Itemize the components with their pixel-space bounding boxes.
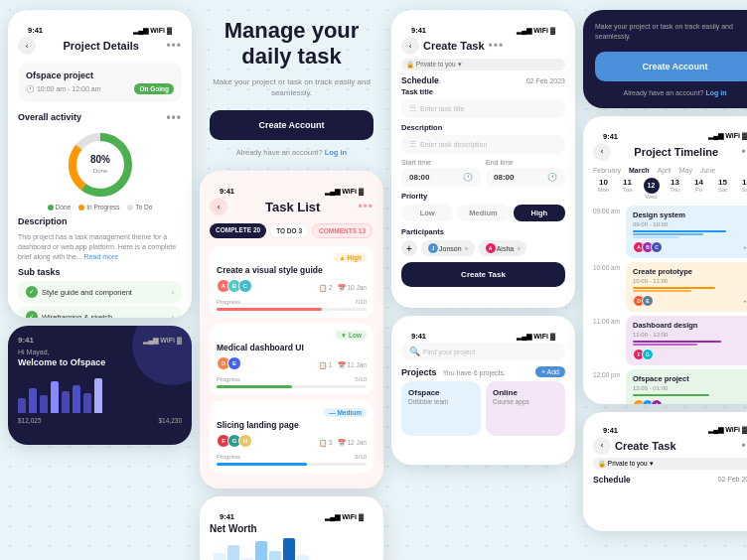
description-icon: ☰ — [409, 140, 416, 149]
sub-task-item[interactable]: ✓ Style guide and component › — [18, 281, 182, 303]
task-list-more[interactable]: ••• — [358, 200, 374, 213]
end-time-value: 08:00 — [494, 173, 514, 182]
tl-bar — [633, 344, 697, 346]
timeline-item-ofspace[interactable]: 12:00 pm Ofspace project 12:00 - 01:00 H… — [593, 369, 747, 404]
timeline-title: Project Timeline — [634, 146, 718, 158]
day-11[interactable]: 11 Tue — [617, 178, 638, 200]
ca-login-link[interactable]: Log in — [705, 89, 726, 96]
create-task-status: 9:41 ▂▄▆ WiFi ▓ — [401, 20, 565, 37]
tl-bar — [633, 394, 709, 396]
day-13[interactable]: 13 Thu — [665, 178, 685, 200]
hero-create-account-button[interactable]: Create Account — [210, 110, 374, 140]
find-project-input[interactable]: 🔍 Find your project — [401, 343, 565, 360]
month-june[interactable]: June — [700, 167, 715, 174]
tl-bar — [633, 233, 703, 235]
task-item[interactable]: ▲ High Create a visual style guide A B C… — [210, 246, 374, 318]
tl-count: +2 — [743, 244, 747, 250]
create-task-bottom-card: 9:41 ▂▄▆ WiFi ▓ ‹ Create Task ••• 🔒 Priv… — [583, 412, 747, 531]
svg-text:80%: 80% — [89, 154, 109, 165]
end-time-input[interactable]: 08:00 🕐 — [486, 168, 565, 187]
timeline-item-dashboard[interactable]: 11:00 am Dashboard design 11:00 - 12:00 … — [593, 316, 747, 365]
back-button-timeline[interactable]: ‹ — [593, 143, 611, 161]
day-14[interactable]: 14 Fri — [688, 178, 709, 200]
priority-badge: ▼ Low — [336, 331, 367, 340]
add-project-button[interactable]: + Add — [535, 366, 565, 377]
back-button-create-task[interactable]: ‹ — [401, 37, 419, 55]
project-online[interactable]: Online Course apps — [486, 381, 565, 436]
add-participant-button[interactable]: + — [401, 240, 417, 256]
start-time-value: 08:00 — [409, 173, 429, 182]
participants-row: + J Jonson × A Aisha × — [401, 240, 565, 256]
legend-inprogress: In Progress — [78, 204, 119, 210]
task-item[interactable]: ▼ Low Medical dashboard UI D E 📋 1 📅 11 … — [210, 324, 374, 395]
month-april[interactable]: April — [658, 167, 672, 174]
ctb-schedule-label: Schedule — [593, 475, 631, 485]
find-placeholder: Find your project — [423, 349, 475, 355]
timeline-item-prototype[interactable]: 10:00 am Create prototype 10:00 - 11:00 … — [593, 262, 747, 312]
more-options-button[interactable]: ••• — [166, 39, 182, 53]
progress-label: Progress5/10 — [217, 376, 367, 382]
tab-complete[interactable]: COMPLETE 20 — [210, 223, 266, 238]
project-ofspace[interactable]: Ofspace Dribbble team — [401, 381, 481, 436]
back-button-tasklist[interactable]: ‹ — [210, 198, 227, 215]
activity-more[interactable]: ••• — [166, 110, 182, 124]
day-10[interactable]: 10 Mon — [593, 178, 614, 200]
month-march[interactable]: March — [629, 167, 650, 174]
timeline-item-design-system[interactable]: 09:00 am Design system 09:00 - 10:00 A — [593, 206, 747, 258]
priority-medium[interactable]: Medium — [457, 205, 509, 221]
participants-label: Participants — [401, 227, 565, 236]
priority-label: Priority — [401, 192, 565, 201]
timeline-time: 11:00 am — [593, 316, 621, 325]
remove-participant[interactable]: × — [517, 245, 521, 252]
day-16[interactable]: 16 Sun — [736, 178, 747, 200]
sub-task-item[interactable]: ✓ Wireframing & sketch › — [18, 306, 182, 318]
day-15[interactable]: 15 Sat — [712, 178, 733, 200]
progress-label: Progress6/10 — [217, 454, 367, 460]
day-12-active[interactable]: 12 Wed — [641, 178, 662, 200]
read-more-link[interactable]: Read more — [84, 253, 119, 260]
check-icon: ✓ — [26, 286, 38, 298]
timeline-more[interactable]: ••• — [741, 145, 747, 159]
schedule-label: Schedule — [401, 75, 439, 85]
net-worth-title: Net Worth — [210, 523, 374, 534]
tl-time: 09:00 - 10:00 — [633, 221, 747, 227]
ctb-more[interactable]: ••• — [741, 439, 747, 453]
privacy-badge[interactable]: 🔒 Private to you ▾ — [401, 59, 565, 70]
nw-bar — [255, 541, 267, 560]
ctb-privacy-badge[interactable]: 🔒 Private to you ▾ — [593, 458, 747, 470]
task-avatars: F G H — [217, 434, 249, 448]
start-time-input[interactable]: 08:00 🕐 — [401, 168, 481, 187]
task-item[interactable]: — Medium Slicing landing page F G H 📋 3 … — [210, 401, 374, 473]
task-description-input[interactable]: ☰ Enter task description — [401, 135, 565, 154]
remove-participant[interactable]: × — [465, 245, 469, 252]
task-title-input[interactable]: ☰ Enter task title — [401, 99, 565, 118]
tab-comments[interactable]: COMMENTS 13 — [312, 223, 373, 238]
timeline-task-card: Dashboard design 11:00 - 12:00 F G — [626, 316, 747, 365]
tl-progress-bars — [633, 287, 747, 292]
create-task-more[interactable]: ••• — [489, 39, 505, 53]
month-feb[interactable]: February — [593, 167, 621, 174]
tl-progress-bars — [633, 230, 747, 238]
create-task-title: Create Task — [423, 40, 485, 52]
ca-create-account-button[interactable]: Create Account — [595, 52, 747, 81]
project-grid: Ofspace Dribbble team Online Course apps — [401, 381, 565, 436]
month-may[interactable]: May — [679, 167, 692, 174]
legend-done: Done — [48, 204, 72, 210]
project-sub-online: Course apps — [493, 398, 558, 405]
priority-high[interactable]: High — [514, 205, 565, 221]
back-button-ctb[interactable]: ‹ — [593, 437, 611, 455]
back-button[interactable]: ‹ — [18, 37, 36, 55]
column-3: 9:41 ▂▄▆ WiFi ▓ ‹ Create Task ••• 🔒 Priv… — [391, 10, 575, 560]
nw-bar — [297, 555, 309, 560]
priority-low[interactable]: Low — [401, 205, 453, 221]
tl-time: 10:00 - 11:00 — [633, 278, 747, 284]
projects-title: Projects — [401, 367, 437, 377]
time-row: Start time 08:00 🕐 End time 08:00 🕐 — [401, 159, 565, 187]
tl-avatar: C — [651, 241, 663, 253]
tab-todo[interactable]: TO DO 3 — [269, 223, 309, 238]
create-task-button[interactable]: Create Task — [401, 262, 565, 287]
filter-tabs: COMPLETE 20 TO DO 3 COMMENTS 13 — [210, 223, 374, 238]
hero-login-link[interactable]: Log in — [325, 148, 348, 157]
greeting-text: Hi Mayad, — [18, 349, 182, 355]
task-avatars: A B C — [217, 279, 249, 293]
